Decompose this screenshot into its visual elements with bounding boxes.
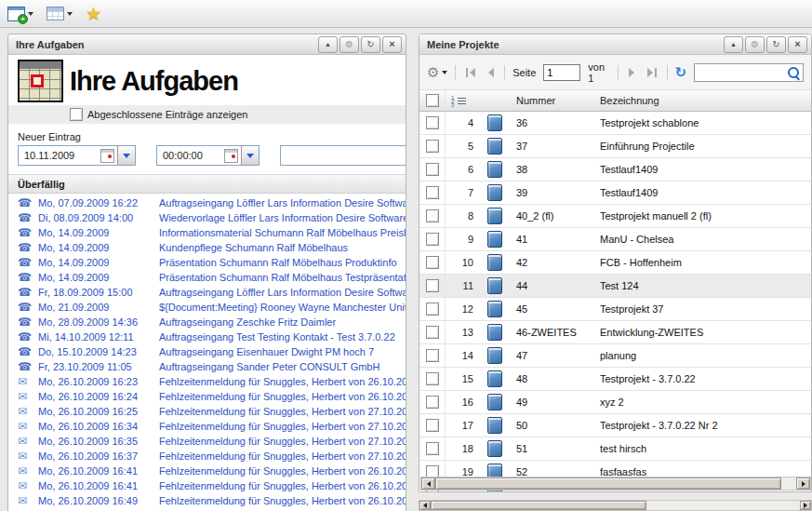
project-row[interactable]: 15 48 Testprojekt - 3.7.0.22 <box>419 368 811 391</box>
row-checkbox[interactable] <box>426 256 439 269</box>
next-page-button[interactable] <box>626 68 637 77</box>
panel-settings-button[interactable]: ⚙ <box>745 36 765 53</box>
task-row[interactable]: Fr, 18.09.2009 15:00 Auftragseingang Löf… <box>8 285 406 300</box>
page-horizontal-scrollbar[interactable] <box>419 500 812 511</box>
scrollbar-thumb[interactable] <box>431 501 646 510</box>
project-book-icon[interactable] <box>487 394 502 410</box>
row-checkbox[interactable] <box>426 419 439 432</box>
search-icon[interactable] <box>788 67 799 78</box>
collapse-panel-button[interactable]: ▲ <box>724 36 743 53</box>
panel-close-button[interactable]: × <box>382 36 402 53</box>
scroll-right-button[interactable] <box>796 477 810 490</box>
last-page-button[interactable] <box>645 68 659 77</box>
task-row[interactable]: Mo, 26.10.2009 16:25 Fehlzeitenmeldung f… <box>8 404 406 419</box>
row-checkbox[interactable] <box>426 396 439 409</box>
project-row[interactable]: 7 39 Testlauf1409 <box>419 182 811 205</box>
date-input[interactable]: 10.11.2009 <box>19 146 100 165</box>
refresh-table-button[interactable]: ↻ <box>674 65 686 79</box>
panel-close-button[interactable]: × <box>788 36 807 53</box>
collapse-panel-button[interactable]: ▲ <box>318 36 338 53</box>
row-checkbox[interactable] <box>426 303 439 316</box>
project-row[interactable]: 11 44 Test 124 <box>419 275 811 298</box>
row-checkbox[interactable] <box>426 349 439 362</box>
project-book-icon[interactable] <box>487 254 502 271</box>
scrollbar-track[interactable] <box>646 501 800 510</box>
task-row[interactable]: Mo, 28.09.2009 14:36 Auftragseingang Zes… <box>8 315 406 329</box>
task-row[interactable]: Mo, 26.10.2009 16:41 Fehlzeitenmeldung f… <box>8 464 406 478</box>
project-book-icon[interactable] <box>487 324 502 341</box>
row-checkbox[interactable] <box>426 279 439 292</box>
task-row[interactable]: Mo, 26.10.2009 16:23 Fehlzeitenmeldung f… <box>8 374 406 389</box>
project-row[interactable]: 6 38 Testlauf1409 <box>419 158 811 182</box>
row-checkbox[interactable] <box>426 442 439 455</box>
task-row[interactable]: Mi, 14.10.2009 12:11 Auftragseingang Tes… <box>8 329 406 344</box>
project-row[interactable]: 13 46-ZWEITES Entwicklung-ZWEITES <box>419 321 811 344</box>
project-book-icon[interactable] <box>487 277 502 294</box>
row-checkbox[interactable] <box>426 233 439 246</box>
calendar-picker-icon[interactable] <box>100 149 114 163</box>
nummer-column-header[interactable]: Nummer <box>512 90 596 111</box>
project-row[interactable]: 17 50 Testprojekt - 3.7.0.22 Nr 2 <box>419 414 811 437</box>
project-row[interactable]: 5 37 Einführung Projectile <box>419 135 811 158</box>
scroll-left-button[interactable] <box>421 477 435 490</box>
project-row[interactable]: 8 40_2 (fl) Testprojekt manuell 2 (fl) <box>419 205 811 228</box>
time-dropdown-button[interactable] <box>241 146 259 165</box>
project-row[interactable]: 4 36 Testprojekt schablone <box>419 112 811 135</box>
task-row[interactable]: Mo, 26.10.2009 16:35 Fehlzeitenmeldung f… <box>8 434 406 449</box>
bezeichnung-column-header[interactable]: Bezeichnung <box>596 90 811 111</box>
task-row[interactable]: Fr, 23.10.2009 11:05 Auftragseingang San… <box>8 359 406 374</box>
project-row[interactable]: 14 47 planung <box>419 344 811 368</box>
task-row[interactable]: Mo, 26.10.2009 16:37 Fehlzeitenmeldung f… <box>8 449 406 464</box>
task-row[interactable]: Mo, 26.10.2009 16:24 Fehlzeitenmeldung f… <box>8 389 406 404</box>
project-book-icon[interactable] <box>487 301 502 317</box>
calendar-picker-icon[interactable] <box>224 149 238 163</box>
row-checkbox[interactable] <box>426 326 439 339</box>
row-checkbox[interactable] <box>426 372 439 385</box>
row-number-column-header[interactable] <box>446 90 477 111</box>
show-completed-checkbox[interactable] <box>70 108 83 121</box>
task-row[interactable]: Di, 08.09.2009 14:00 Wiedervorlage Löffl… <box>8 210 406 225</box>
project-book-icon[interactable] <box>487 347 502 364</box>
new-item-button[interactable] <box>7 7 33 21</box>
row-checkbox[interactable] <box>426 186 439 199</box>
table-settings-button[interactable]: ⚙ <box>427 65 447 79</box>
time-input[interactable]: 00:00:00 <box>157 146 224 165</box>
task-row[interactable]: Mo, 21.09.2009 ${Document:Meeting} Roone… <box>8 300 406 315</box>
project-row[interactable]: 18 51 test hirsch <box>419 437 811 461</box>
project-book-icon[interactable] <box>487 208 502 224</box>
task-row[interactable]: Mo, 26.10.2009 16:49 Fehlzeitenmeldung f… <box>8 493 406 508</box>
panel-settings-button[interactable]: ⚙ <box>339 36 359 53</box>
project-row[interactable]: 12 45 Testprojekt 37 <box>419 298 811 321</box>
task-row[interactable]: Mo, 14.09.2009 Informationsmaterial Schu… <box>8 225 406 240</box>
task-row[interactable]: Mo, 14.09.2009 Präsentation Schumann Ral… <box>8 255 406 270</box>
project-book-icon[interactable] <box>487 138 502 155</box>
task-row[interactable]: Do, 15.10.2009 14:23 Auftragseingang Eis… <box>8 344 406 359</box>
scroll-right-button[interactable] <box>800 501 811 510</box>
project-book-icon[interactable] <box>487 161 502 178</box>
date-dropdown-button[interactable] <box>117 146 135 165</box>
panel-refresh-button[interactable]: ↻ <box>361 36 380 53</box>
scrollbar-track[interactable] <box>781 477 796 490</box>
task-row[interactable]: Mo, 26.10.2009 16:34 Fehlzeitenmeldung f… <box>8 419 406 434</box>
project-book-icon[interactable] <box>487 417 502 434</box>
panel-refresh-button[interactable]: ↻ <box>766 36 786 53</box>
task-row[interactable]: Mo, 07.09.2009 16:22 Auftragseingang Löf… <box>8 195 406 210</box>
layout-views-button[interactable] <box>47 7 73 20</box>
scrollbar-thumb[interactable] <box>435 477 781 490</box>
new-entry-text-input[interactable] <box>280 145 406 166</box>
project-row[interactable]: 10 42 FCB - Hoffenheim <box>419 251 811 275</box>
project-row[interactable]: 16 49 xyz 2 <box>419 391 811 414</box>
row-checkbox[interactable] <box>426 116 439 129</box>
task-row[interactable]: Mo, 14.09.2009 Kundenpflege Schumann Ral… <box>8 240 406 255</box>
project-book-icon[interactable] <box>487 114 502 131</box>
prev-page-button[interactable] <box>486 68 497 77</box>
project-book-icon[interactable] <box>487 440 502 457</box>
page-number-input[interactable] <box>543 64 580 81</box>
scroll-left-button[interactable] <box>419 501 431 510</box>
row-checkbox[interactable] <box>426 163 439 176</box>
row-checkbox[interactable] <box>426 209 439 222</box>
favorites-button[interactable]: ★ <box>86 5 101 22</box>
first-page-button[interactable] <box>463 68 478 77</box>
project-row[interactable]: 9 41 ManU - Chelsea <box>419 228 811 251</box>
select-all-checkbox[interactable] <box>426 94 439 107</box>
